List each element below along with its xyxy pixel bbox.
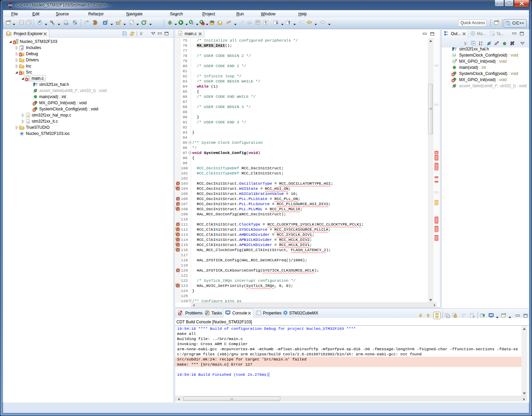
svg-text:S: S	[455, 59, 457, 61]
svg-text:C: C	[508, 23, 510, 25]
svg-text:010: 010	[64, 22, 68, 25]
svg-text:C: C	[104, 21, 106, 25]
svg-text:z: z	[481, 43, 482, 46]
svg-text:.c: .c	[27, 120, 29, 123]
svg-text:.c: .c	[27, 114, 29, 117]
svg-text:¶: ¶	[265, 20, 267, 25]
svg-text:C: C	[16, 39, 18, 41]
svg-text:h: h	[21, 47, 22, 50]
svg-text:.c: .c	[179, 32, 181, 35]
svg-text:c: c	[130, 22, 132, 25]
svg-text:a: a	[481, 41, 482, 43]
